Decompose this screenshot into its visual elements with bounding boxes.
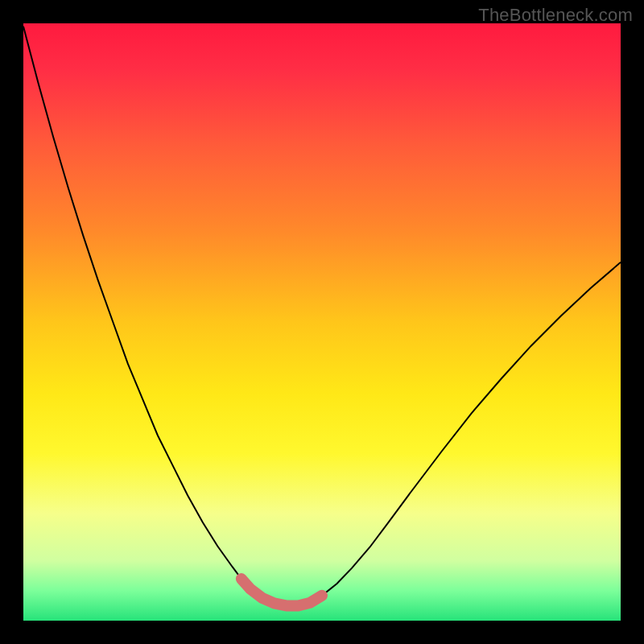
chart-svg bbox=[0, 0, 644, 644]
bottleneck-chart bbox=[0, 0, 644, 644]
watermark: TheBottleneck.com bbox=[478, 5, 633, 26]
